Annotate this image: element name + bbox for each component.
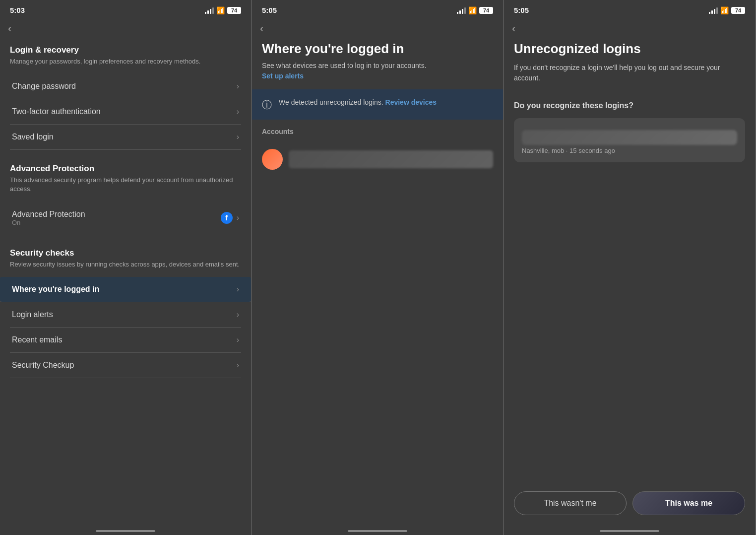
nav-bar-panel3: ‹ [504, 18, 755, 41]
status-bar-panel2: 5:05 📶 74 [252, 0, 503, 18]
two-factor-auth-chevron: › [237, 107, 239, 116]
account-info-blurred [289, 150, 493, 168]
security-checkup-item[interactable]: Security Checkup › [10, 353, 241, 378]
status-icons-panel3: 📶 74 [709, 6, 745, 14]
login-recovery-desc: Manage your passwords, login preferences… [10, 57, 241, 66]
wasnt-me-button[interactable]: This wasn't me [514, 491, 627, 515]
home-indicator-panel1 [0, 525, 251, 535]
status-bar-panel3: 5:05 📶 74 [504, 0, 755, 18]
home-indicator-panel3 [504, 525, 755, 535]
two-factor-auth-item[interactable]: Two-factor authentication › [10, 99, 241, 125]
change-password-chevron: › [237, 82, 239, 91]
unrecognized-desc: If you don't recognize a login we'll hel… [514, 63, 745, 83]
advanced-protection-desc: This advanced security program helps def… [10, 176, 241, 194]
facebook-icon: f [221, 212, 233, 224]
login-recovery-menu-items: Change password › Two-factor authenticat… [10, 74, 241, 150]
battery-panel1: 74 [227, 7, 241, 14]
review-devices-link[interactable]: Review devices [385, 98, 437, 106]
panel2-header: Where you're logged in See what devices … [252, 41, 503, 89]
recent-emails-label: Recent emails [12, 335, 62, 344]
login-info: Nashville, mob · 15 seconds ago [522, 147, 737, 154]
login-time: Nashville, mob · 15 seconds ago [522, 147, 737, 154]
home-indicator-panel2 [252, 525, 503, 535]
login-card-blurred-top [522, 130, 737, 145]
login-alerts-label: Login alerts [12, 310, 53, 319]
advanced-protection-title: Advanced Protection [10, 164, 241, 174]
panel2-subtitle-text: See what devices are used to log in to y… [262, 62, 427, 69]
signal-bars-panel1 [205, 7, 214, 14]
security-checkup-chevron: › [237, 361, 239, 370]
recent-emails-chevron: › [237, 335, 239, 344]
login-alerts-item[interactable]: Login alerts › [10, 302, 241, 328]
setup-alerts-link[interactable]: Set up alerts [262, 72, 304, 80]
signal-bars-panel3 [709, 7, 718, 14]
action-buttons: This wasn't me This was me [504, 491, 755, 525]
advanced-protection-item-right: f › [221, 212, 239, 224]
login-recovery-section-header: Login & recovery Manage your passwords, … [10, 45, 241, 66]
back-button-panel2[interactable]: ‹ [260, 22, 263, 35]
panel3-header: Unrecognized logins If you don't recogni… [504, 41, 755, 101]
time-panel3: 5:05 [514, 6, 529, 14]
two-factor-auth-label: Two-factor authentication [12, 107, 101, 116]
battery-panel3: 74 [731, 7, 745, 14]
panel2-where-logged-in: 5:05 📶 74 ‹ Where you're logged in See w… [252, 0, 504, 535]
accounts-label: Accounts [262, 128, 493, 135]
security-checks-menu-items: Where you're logged in › Login alerts › … [10, 277, 241, 378]
home-bar-panel1 [96, 530, 155, 532]
back-button-panel1[interactable]: ‹ [8, 22, 11, 35]
where-logged-in-item[interactable]: Where you're logged in › [0, 277, 251, 302]
login-card: Nashville, mob · 15 seconds ago [514, 118, 745, 162]
advanced-protection-menu-items: Advanced Protection On f › [10, 202, 241, 234]
signal-bars-panel2 [457, 7, 466, 14]
home-bar-panel2 [348, 530, 407, 532]
where-logged-in-chevron: › [237, 285, 239, 294]
saved-login-chevron: › [237, 133, 239, 141]
nav-bar-panel2: ‹ [252, 18, 503, 41]
was-me-button[interactable]: This was me [632, 491, 745, 515]
advanced-protection-section-header: Advanced Protection This advanced securi… [10, 164, 241, 194]
status-icons-panel1: 📶 74 [205, 6, 241, 14]
status-bar-panel1: 5:03 📶 74 [0, 0, 251, 18]
status-icons-panel2: 📶 74 [457, 6, 493, 14]
change-password-label: Change password [12, 82, 76, 91]
panel3-content: Do you recognize these logins? Nashville… [504, 101, 755, 491]
advanced-protection-chevron: › [237, 213, 239, 222]
panel3-unrecognized-logins: 5:05 📶 74 ‹ Unrecognized logins If you d… [504, 0, 756, 535]
security-checkup-label: Security Checkup [12, 361, 74, 370]
advanced-protection-item-sub: On [12, 219, 85, 226]
saved-login-item[interactable]: Saved login › [10, 125, 241, 150]
security-checks-title: Security checks [10, 248, 241, 258]
account-avatar [262, 149, 283, 170]
alert-text-content: We detected unrecognized logins. [279, 98, 383, 106]
back-button-panel3[interactable]: ‹ [512, 22, 515, 35]
login-alerts-chevron: › [237, 310, 239, 319]
saved-login-label: Saved login [12, 133, 54, 141]
advanced-protection-item-label: Advanced Protection [12, 210, 85, 219]
wifi-icon-panel1: 📶 [216, 6, 225, 14]
time-panel2: 5:05 [262, 6, 277, 14]
recognize-question: Do you recognize these logins? [514, 101, 745, 110]
accounts-section: Accounts [252, 120, 503, 181]
panel2-title: Where you're logged in [262, 41, 493, 57]
nav-bar-panel1: ‹ [0, 18, 251, 41]
security-checks-section-header: Security checks Review security issues b… [10, 248, 241, 269]
alert-banner: ⓘ We detected unrecognized logins. Revie… [252, 89, 503, 120]
time-panel1: 5:03 [10, 6, 25, 14]
panel2-content [252, 181, 503, 525]
wifi-icon-panel3: 📶 [720, 6, 729, 14]
where-logged-in-label: Where you're logged in [12, 285, 99, 294]
security-checks-desc: Review security issues by running checks… [10, 260, 241, 269]
battery-panel2: 74 [479, 7, 493, 14]
unrecognized-title: Unrecognized logins [514, 41, 745, 57]
alert-text: We detected unrecognized logins. Review … [279, 97, 437, 108]
panel1-scroll-content: Login & recovery Manage your passwords, … [0, 41, 251, 525]
recent-emails-item[interactable]: Recent emails › [10, 328, 241, 353]
change-password-item[interactable]: Change password › [10, 74, 241, 99]
home-bar-panel3 [600, 530, 659, 532]
advanced-protection-item-left: Advanced Protection On [12, 210, 85, 226]
advanced-protection-item[interactable]: Advanced Protection On f › [10, 202, 241, 234]
alert-circle-icon: ⓘ [262, 98, 272, 112]
account-item-blurred [262, 141, 493, 177]
advanced-protection-item-text: Advanced Protection On [12, 210, 85, 226]
wifi-icon-panel2: 📶 [468, 6, 477, 14]
